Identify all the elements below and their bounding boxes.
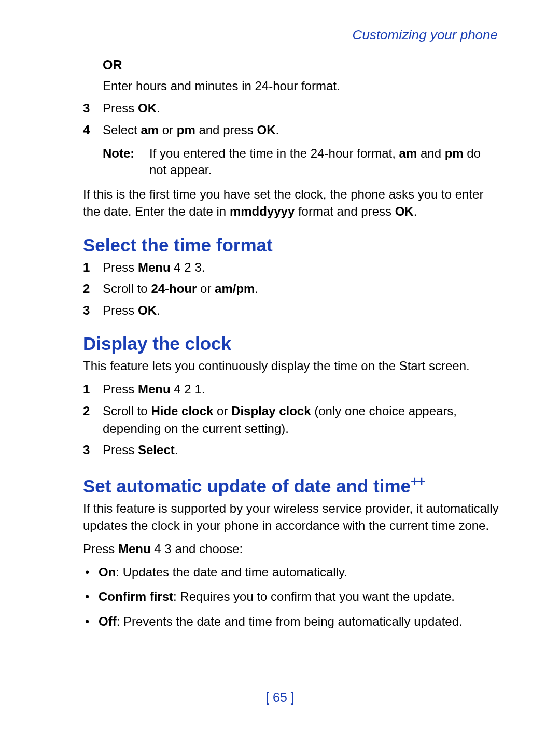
- auto-update-press-line: Press Menu 4 3 and choose:: [83, 540, 500, 557]
- display-clock-steps: Press Menu 4 2 1. Scroll to Hide clock o…: [83, 381, 500, 458]
- time-format-steps: Press Menu 4 2 3. Scroll to 24-hour or a…: [83, 259, 500, 319]
- or-label: OR: [103, 58, 500, 73]
- step-bold: OK: [138, 303, 157, 317]
- auto-update-option-on: On: Updates the date and time automatica…: [83, 564, 500, 581]
- paragraph-text: 4 3 and choose:: [151, 542, 243, 556]
- heading-text: Set automatic update of date and time: [83, 476, 411, 496]
- step-bold: Display clock: [231, 404, 311, 418]
- auto-update-options: On: Updates the date and time automatica…: [83, 564, 500, 630]
- manual-page: Customizing your phone OR Enter hours an…: [0, 0, 560, 732]
- step-text: or: [213, 404, 231, 418]
- step-bold: Menu: [138, 382, 171, 396]
- step-bold: OK: [257, 123, 275, 137]
- option-bold: Confirm first: [99, 589, 173, 603]
- time-format-step-1: Press Menu 4 2 3.: [83, 259, 500, 276]
- step-bold: am: [141, 123, 159, 137]
- step-text: Scroll to: [103, 281, 151, 295]
- heading-display-clock: Display the clock: [83, 333, 500, 354]
- display-clock-step-3: Press Select.: [83, 441, 500, 459]
- auto-update-option-confirm: Confirm first: Requires you to confirm t…: [83, 588, 500, 606]
- intro-step-4: Select am or pm and press OK.: [83, 121, 500, 139]
- note-text: and: [417, 146, 444, 160]
- step-text: .: [157, 101, 160, 115]
- paragraph-bold: OK: [395, 204, 414, 218]
- step-bold: Select: [138, 443, 175, 457]
- step-text: or: [159, 123, 177, 137]
- time-format-step-3: Press OK.: [83, 302, 500, 319]
- step-text: or: [197, 281, 215, 295]
- intro-step-3: Press OK.: [83, 100, 500, 117]
- step-text: Scroll to: [103, 404, 151, 418]
- step-bold: OK: [138, 101, 157, 115]
- note-bold: pm: [445, 146, 464, 160]
- time-format-step-2: Scroll to 24-hour or am/pm.: [83, 280, 500, 298]
- option-bold: On: [99, 565, 116, 579]
- heading-superscript: ++: [411, 473, 424, 489]
- option-bold: Off: [99, 614, 117, 628]
- first-time-paragraph: If this is the first time you have set t…: [83, 186, 500, 220]
- auto-update-option-off: Off: Prevents the date and time from bei…: [83, 613, 500, 630]
- step-text: Press: [103, 260, 138, 274]
- step-text: and press: [195, 123, 257, 137]
- page-number: [ 65 ]: [0, 690, 560, 705]
- note-body: If you entered the time in the 24-hour f…: [149, 145, 500, 179]
- display-clock-step-1: Press Menu 4 2 1.: [83, 381, 500, 398]
- step-bold: am/pm: [215, 281, 255, 295]
- step-bold: Hide clock: [151, 404, 213, 418]
- heading-auto-update: Set automatic update of date and time++: [83, 473, 500, 497]
- step-text: Press: [103, 443, 138, 457]
- option-text: : Prevents the date and time from being …: [117, 614, 463, 628]
- note-bold: am: [399, 146, 417, 160]
- note-text: If you entered the time in the 24-hour f…: [149, 146, 399, 160]
- display-clock-step-2: Scroll to Hide clock or Display clock (o…: [83, 402, 500, 437]
- step-text: .: [157, 303, 160, 317]
- section-header-link: Customizing your phone: [83, 27, 500, 43]
- or-text: Enter hours and minutes in 24-hour forma…: [103, 78, 500, 94]
- step-text: 4 2 1.: [171, 382, 205, 396]
- step-bold: Menu: [138, 260, 171, 274]
- step-text: Press: [103, 101, 138, 115]
- option-text: : Requires you to confirm that you want …: [173, 589, 455, 603]
- step-text: .: [175, 443, 178, 457]
- step-bold: 24-hour: [151, 281, 197, 295]
- heading-time-format: Select the time format: [83, 235, 500, 256]
- step-text: Press: [103, 382, 138, 396]
- note-block: Note: If you entered the time in the 24-…: [103, 145, 500, 179]
- step-text: .: [255, 281, 258, 295]
- step-text: Select: [103, 123, 141, 137]
- auto-update-desc: If this feature is supported by your wir…: [83, 500, 500, 534]
- paragraph-bold: Menu: [118, 542, 151, 556]
- display-clock-desc: This feature lets you continuously displ…: [83, 357, 500, 374]
- note-label: Note:: [103, 145, 149, 179]
- paragraph-text: .: [414, 204, 417, 218]
- paragraph-text: format and press: [295, 204, 395, 218]
- step-bold: pm: [177, 123, 195, 137]
- step-text: Press: [103, 303, 138, 317]
- paragraph-text: Press: [83, 542, 118, 556]
- step-text: .: [275, 123, 279, 137]
- step-text: 4 2 3.: [171, 260, 205, 274]
- paragraph-bold: mmddyyyy: [230, 204, 295, 218]
- option-text: : Updates the date and time automaticall…: [116, 565, 347, 579]
- intro-steps: Press OK. Select am or pm and press OK.: [83, 100, 500, 138]
